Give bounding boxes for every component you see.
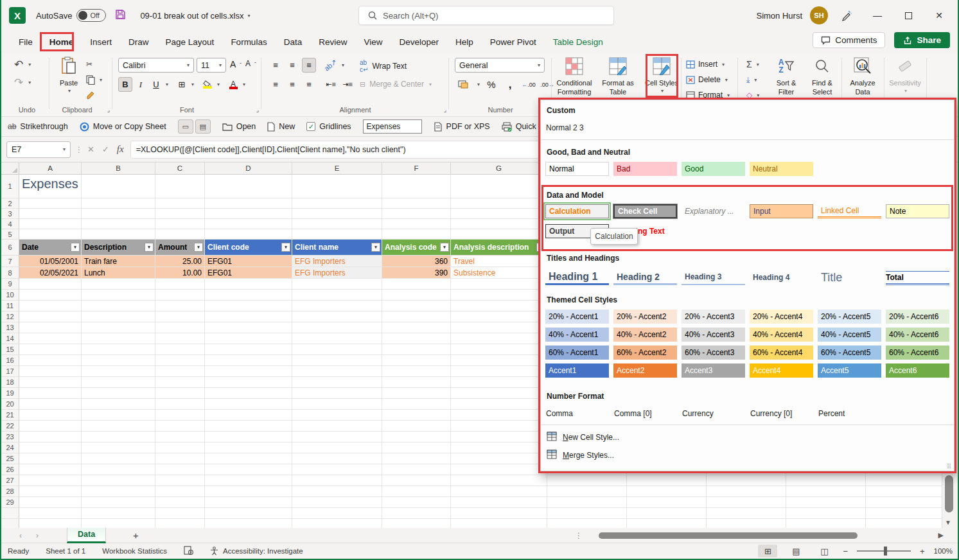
cell-A15[interactable]	[19, 344, 82, 355]
style-good[interactable]: Good	[682, 162, 745, 176]
increase-indent-button[interactable]: ⇥≡	[340, 77, 355, 92]
cell-A19[interactable]	[19, 388, 82, 399]
cell-E16[interactable]	[292, 355, 382, 366]
row-header-24[interactable]: 24	[1, 442, 19, 453]
row-header-17[interactable]: 17	[1, 366, 19, 377]
cell-G20[interactable]	[451, 399, 547, 410]
cell-J31[interactable]	[707, 519, 786, 528]
insert-function-icon[interactable]: fx	[117, 144, 124, 155]
cell-D17[interactable]	[205, 366, 292, 377]
row-header-8[interactable]: 8	[1, 267, 19, 279]
cell-J28[interactable]	[707, 486, 786, 497]
cell-E27[interactable]	[292, 475, 382, 486]
cell-A21[interactable]	[19, 410, 82, 421]
cell-D4[interactable]	[205, 219, 292, 229]
cell-C22[interactable]	[155, 421, 205, 432]
cell-F22[interactable]	[382, 421, 451, 432]
ribbon-tab-draw[interactable]: Draw	[120, 33, 157, 51]
ribbon-tab-file[interactable]: File	[10, 33, 41, 51]
cell-C28[interactable]	[155, 486, 205, 497]
number-format-select[interactable]: General▾	[455, 58, 545, 73]
ribbon-tab-developer[interactable]: Developer	[391, 33, 447, 51]
cell-D14[interactable]	[205, 333, 292, 344]
cell-F20[interactable]	[382, 399, 451, 410]
cell-D31[interactable]	[205, 519, 292, 528]
cut-button[interactable]: ✂​	[86, 58, 102, 71]
cell-G26[interactable]	[451, 464, 547, 475]
accessibility-status[interactable]: Accessibility: Investigate	[210, 547, 303, 556]
cell-F26[interactable]	[382, 464, 451, 475]
inking-pen-icon[interactable]	[834, 4, 859, 26]
cell-B15[interactable]	[82, 344, 155, 355]
cell-A16[interactable]	[19, 355, 82, 366]
row-header-9[interactable]: 9	[1, 279, 19, 290]
cell-A13[interactable]	[19, 322, 82, 333]
style-total[interactable]: Total	[886, 271, 949, 285]
cell-K28[interactable]	[786, 486, 866, 497]
cell-E8[interactable]: EFG Importers	[292, 267, 382, 279]
style-heading-2[interactable]: Heading 2	[613, 271, 677, 285]
style-accent4[interactable]: Accent4	[750, 363, 813, 378]
filter-button-client-code[interactable]: ▾	[281, 243, 290, 252]
cell-B30[interactable]	[82, 508, 155, 519]
cell-K27[interactable]	[786, 475, 866, 486]
cell-C10[interactable]	[155, 290, 205, 301]
cell-G25[interactable]	[451, 453, 547, 464]
cell-G4[interactable]	[451, 219, 547, 229]
minimize-button[interactable]: —	[865, 4, 890, 26]
underline-button[interactable]: U	[149, 77, 163, 92]
cell-E2[interactable]	[292, 198, 382, 209]
cell-D2[interactable]	[205, 198, 292, 209]
cell-G15[interactable]	[451, 344, 547, 355]
cell-G6[interactable]: Analysis description▾	[451, 240, 547, 256]
cell-A31[interactable]	[19, 519, 82, 528]
fill-button[interactable]: ⤓▾	[746, 73, 759, 86]
cell-C27[interactable]	[155, 475, 205, 486]
ribbon-tab-power-pivot[interactable]: Power Pivot	[482, 33, 545, 51]
cell-F4[interactable]	[382, 219, 451, 229]
fill-color-button[interactable]	[200, 77, 215, 92]
cell-G18[interactable]	[451, 377, 547, 388]
cell-F29[interactable]	[382, 497, 451, 508]
scroll-right-icon[interactable]: ▶	[938, 531, 944, 539]
increase-decimal-button[interactable]: ←.00	[522, 77, 536, 92]
style-comma-0[interactable]: Comma [0]	[614, 409, 682, 418]
cell-F30[interactable]	[382, 508, 451, 519]
cell-F12[interactable]	[382, 311, 451, 322]
cell-G8[interactable]: Subsistence	[451, 267, 547, 279]
cell-B4[interactable]	[82, 219, 155, 229]
scroll-down-icon[interactable]: ▼	[945, 519, 951, 526]
cell-C16[interactable]	[155, 355, 205, 366]
row-header-15[interactable]: 15	[1, 344, 19, 355]
cell-G5[interactable]	[451, 229, 547, 240]
comma-style-button[interactable]: ,	[503, 77, 517, 92]
normal-view-button[interactable]: ⊞	[758, 545, 777, 557]
cell-D21[interactable]	[205, 410, 292, 421]
cell-A17[interactable]	[19, 366, 82, 377]
cell-F6[interactable]: Analysis code▾	[382, 240, 451, 256]
style-accent6[interactable]: Accent6	[886, 363, 949, 378]
zoom-out-button[interactable]: −	[843, 547, 848, 556]
ribbon-tab-insert[interactable]: Insert	[82, 33, 120, 51]
cell-B24[interactable]	[82, 442, 155, 453]
font-name-select[interactable]: Calibri▾	[118, 58, 194, 73]
row-header-3[interactable]: 3	[1, 209, 19, 219]
cell-D13[interactable]	[205, 322, 292, 333]
row-header-26[interactable]: 26	[1, 464, 19, 475]
cell-B19[interactable]	[82, 388, 155, 399]
page-layout-view-button[interactable]: ▤	[786, 545, 805, 557]
cell-E7[interactable]: EFG Importers	[292, 256, 382, 267]
cell-D26[interactable]	[205, 464, 292, 475]
zoom-in-button[interactable]: +	[920, 547, 925, 556]
cell-E17[interactable]	[292, 366, 382, 377]
next-sheet-icon[interactable]: ›	[36, 531, 39, 540]
cell-B17[interactable]	[82, 366, 155, 377]
row-header-19[interactable]: 19	[1, 388, 19, 399]
cell-B31[interactable]	[82, 519, 155, 528]
excel-logo-icon[interactable]: X	[9, 7, 26, 24]
font-color-dropdown-icon[interactable]: ▾	[243, 82, 245, 87]
row-header-1[interactable]: 1	[1, 175, 19, 198]
style-accent1[interactable]: Accent1	[545, 363, 609, 378]
filter-button-analysis-code[interactable]: ▾	[440, 243, 449, 252]
cell-G24[interactable]	[451, 442, 547, 453]
